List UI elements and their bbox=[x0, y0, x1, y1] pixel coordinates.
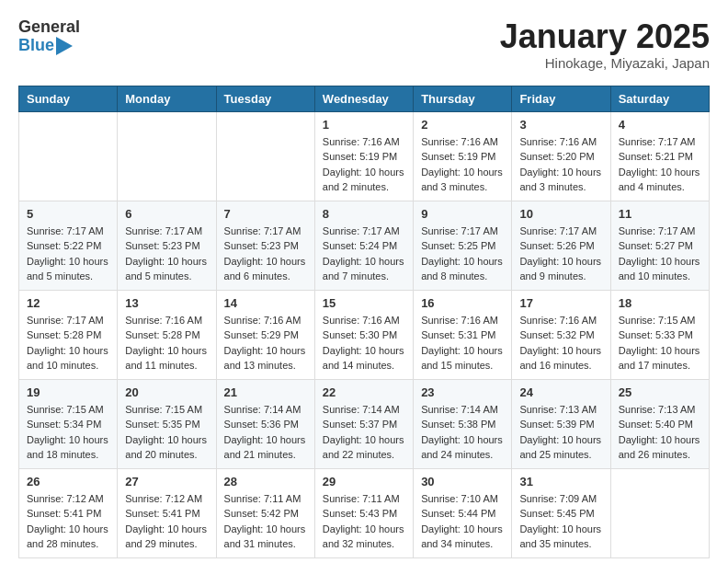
day-info: Sunrise: 7:14 AM Sunset: 5:37 PM Dayligh… bbox=[323, 402, 405, 463]
day-number: 18 bbox=[619, 296, 701, 310]
calendar-cell: 4Sunrise: 7:17 AM Sunset: 5:21 PM Daylig… bbox=[610, 111, 709, 201]
calendar-cell: 20Sunrise: 7:15 AM Sunset: 5:35 PM Dayli… bbox=[118, 379, 216, 468]
calendar-week-row: 26Sunrise: 7:12 AM Sunset: 5:41 PM Dayli… bbox=[19, 468, 710, 557]
calendar-cell: 9Sunrise: 7:17 AM Sunset: 5:25 PM Daylig… bbox=[414, 201, 512, 290]
day-info: Sunrise: 7:16 AM Sunset: 5:30 PM Dayligh… bbox=[323, 313, 405, 373]
weekday-header-thursday: Thursday bbox=[414, 86, 512, 111]
calendar-cell: 11Sunrise: 7:17 AM Sunset: 5:27 PM Dayli… bbox=[610, 201, 709, 290]
day-number: 14 bbox=[224, 296, 307, 310]
calendar-cell: 19Sunrise: 7:15 AM Sunset: 5:34 PM Dayli… bbox=[19, 379, 118, 468]
weekday-header-saturday: Saturday bbox=[610, 86, 709, 111]
calendar-cell: 27Sunrise: 7:12 AM Sunset: 5:41 PM Dayli… bbox=[118, 468, 216, 557]
calendar-cell bbox=[118, 111, 216, 201]
weekday-header-sunday: Sunday bbox=[19, 86, 118, 111]
day-number: 16 bbox=[421, 296, 504, 310]
day-info: Sunrise: 7:16 AM Sunset: 5:19 PM Dayligh… bbox=[421, 134, 504, 195]
title-block: January 2025 Hinokage, Miyazaki, Japan bbox=[500, 18, 710, 71]
day-info: Sunrise: 7:15 AM Sunset: 5:34 PM Dayligh… bbox=[27, 402, 109, 463]
calendar-cell: 28Sunrise: 7:11 AM Sunset: 5:42 PM Dayli… bbox=[216, 468, 314, 557]
day-info: Sunrise: 7:17 AM Sunset: 5:25 PM Dayligh… bbox=[421, 224, 504, 284]
calendar-cell: 15Sunrise: 7:16 AM Sunset: 5:30 PM Dayli… bbox=[314, 290, 413, 379]
logo: General Blue bbox=[18, 18, 80, 55]
calendar-cell: 2Sunrise: 7:16 AM Sunset: 5:19 PM Daylig… bbox=[414, 111, 512, 201]
day-info: Sunrise: 7:17 AM Sunset: 5:21 PM Dayligh… bbox=[619, 134, 701, 195]
logo-blue-text: Blue bbox=[18, 37, 54, 55]
calendar-cell: 17Sunrise: 7:16 AM Sunset: 5:32 PM Dayli… bbox=[512, 290, 610, 379]
day-number: 4 bbox=[619, 118, 701, 132]
day-number: 28 bbox=[224, 475, 307, 488]
day-number: 3 bbox=[519, 118, 602, 132]
day-info: Sunrise: 7:14 AM Sunset: 5:36 PM Dayligh… bbox=[224, 402, 307, 463]
calendar-cell: 12Sunrise: 7:17 AM Sunset: 5:28 PM Dayli… bbox=[19, 290, 118, 379]
calendar-cell: 16Sunrise: 7:16 AM Sunset: 5:31 PM Dayli… bbox=[414, 290, 512, 379]
day-info: Sunrise: 7:17 AM Sunset: 5:22 PM Dayligh… bbox=[27, 224, 109, 284]
logo-general-text: General bbox=[18, 18, 80, 37]
calendar-cell: 10Sunrise: 7:17 AM Sunset: 5:26 PM Dayli… bbox=[512, 201, 610, 290]
day-number: 17 bbox=[519, 296, 602, 310]
day-number: 7 bbox=[224, 207, 307, 221]
day-info: Sunrise: 7:13 AM Sunset: 5:39 PM Dayligh… bbox=[519, 402, 602, 463]
day-number: 22 bbox=[323, 385, 405, 399]
logo-arrow-icon bbox=[56, 37, 73, 55]
day-info: Sunrise: 7:15 AM Sunset: 5:35 PM Dayligh… bbox=[125, 402, 208, 463]
day-info: Sunrise: 7:16 AM Sunset: 5:19 PM Dayligh… bbox=[323, 134, 405, 195]
day-info: Sunrise: 7:16 AM Sunset: 5:29 PM Dayligh… bbox=[224, 313, 307, 373]
month-title: January 2025 bbox=[500, 18, 710, 55]
day-number: 27 bbox=[125, 475, 208, 488]
day-number: 19 bbox=[27, 385, 109, 399]
day-number: 20 bbox=[125, 385, 208, 399]
day-info: Sunrise: 7:13 AM Sunset: 5:40 PM Dayligh… bbox=[619, 402, 701, 463]
location-subtitle: Hinokage, Miyazaki, Japan bbox=[500, 55, 710, 71]
day-info: Sunrise: 7:11 AM Sunset: 5:42 PM Dayligh… bbox=[224, 491, 307, 552]
calendar-cell: 26Sunrise: 7:12 AM Sunset: 5:41 PM Dayli… bbox=[19, 468, 118, 557]
day-number: 21 bbox=[224, 385, 307, 399]
weekday-header-wednesday: Wednesday bbox=[314, 86, 413, 111]
day-number: 9 bbox=[421, 207, 504, 221]
day-number: 5 bbox=[27, 207, 109, 221]
calendar-cell: 30Sunrise: 7:10 AM Sunset: 5:44 PM Dayli… bbox=[414, 468, 512, 557]
day-info: Sunrise: 7:14 AM Sunset: 5:38 PM Dayligh… bbox=[421, 402, 504, 463]
day-info: Sunrise: 7:10 AM Sunset: 5:44 PM Dayligh… bbox=[421, 491, 504, 552]
calendar-cell: 13Sunrise: 7:16 AM Sunset: 5:28 PM Dayli… bbox=[118, 290, 216, 379]
day-number: 6 bbox=[125, 207, 208, 221]
calendar-cell: 6Sunrise: 7:17 AM Sunset: 5:23 PM Daylig… bbox=[118, 201, 216, 290]
calendar-week-row: 5Sunrise: 7:17 AM Sunset: 5:22 PM Daylig… bbox=[19, 201, 710, 290]
weekday-header-monday: Monday bbox=[118, 86, 216, 111]
day-info: Sunrise: 7:17 AM Sunset: 5:26 PM Dayligh… bbox=[519, 224, 602, 284]
day-info: Sunrise: 7:16 AM Sunset: 5:32 PM Dayligh… bbox=[519, 313, 602, 373]
page-header: General Blue January 2025 Hinokage, Miya… bbox=[18, 18, 710, 71]
day-number: 2 bbox=[421, 118, 504, 132]
calendar-table: SundayMondayTuesdayWednesdayThursdayFrid… bbox=[18, 86, 710, 558]
day-info: Sunrise: 7:12 AM Sunset: 5:41 PM Dayligh… bbox=[125, 491, 208, 552]
day-info: Sunrise: 7:12 AM Sunset: 5:41 PM Dayligh… bbox=[27, 491, 109, 552]
calendar-cell: 24Sunrise: 7:13 AM Sunset: 5:39 PM Dayli… bbox=[512, 379, 610, 468]
day-info: Sunrise: 7:16 AM Sunset: 5:31 PM Dayligh… bbox=[421, 313, 504, 373]
calendar-cell bbox=[216, 111, 314, 201]
calendar-cell: 7Sunrise: 7:17 AM Sunset: 5:23 PM Daylig… bbox=[216, 201, 314, 290]
day-info: Sunrise: 7:17 AM Sunset: 5:23 PM Dayligh… bbox=[224, 224, 307, 284]
day-number: 30 bbox=[421, 475, 504, 488]
calendar-cell: 3Sunrise: 7:16 AM Sunset: 5:20 PM Daylig… bbox=[512, 111, 610, 201]
day-info: Sunrise: 7:17 AM Sunset: 5:28 PM Dayligh… bbox=[27, 313, 109, 373]
day-info: Sunrise: 7:11 AM Sunset: 5:43 PM Dayligh… bbox=[323, 491, 405, 552]
day-number: 1 bbox=[323, 118, 405, 132]
calendar-cell: 21Sunrise: 7:14 AM Sunset: 5:36 PM Dayli… bbox=[216, 379, 314, 468]
day-number: 11 bbox=[619, 207, 701, 221]
day-info: Sunrise: 7:15 AM Sunset: 5:33 PM Dayligh… bbox=[619, 313, 701, 373]
day-number: 23 bbox=[421, 385, 504, 399]
day-number: 10 bbox=[519, 207, 602, 221]
calendar-week-row: 19Sunrise: 7:15 AM Sunset: 5:34 PM Dayli… bbox=[19, 379, 710, 468]
weekday-header-friday: Friday bbox=[512, 86, 610, 111]
day-info: Sunrise: 7:17 AM Sunset: 5:27 PM Dayligh… bbox=[619, 224, 701, 284]
calendar-week-row: 1Sunrise: 7:16 AM Sunset: 5:19 PM Daylig… bbox=[19, 111, 710, 201]
day-number: 12 bbox=[27, 296, 109, 310]
day-info: Sunrise: 7:16 AM Sunset: 5:20 PM Dayligh… bbox=[519, 134, 602, 195]
calendar-cell: 18Sunrise: 7:15 AM Sunset: 5:33 PM Dayli… bbox=[610, 290, 709, 379]
day-number: 8 bbox=[323, 207, 405, 221]
day-info: Sunrise: 7:16 AM Sunset: 5:28 PM Dayligh… bbox=[125, 313, 208, 373]
calendar-cell: 5Sunrise: 7:17 AM Sunset: 5:22 PM Daylig… bbox=[19, 201, 118, 290]
calendar-cell: 29Sunrise: 7:11 AM Sunset: 5:43 PM Dayli… bbox=[314, 468, 413, 557]
calendar-cell: 8Sunrise: 7:17 AM Sunset: 5:24 PM Daylig… bbox=[314, 201, 413, 290]
day-number: 29 bbox=[323, 475, 405, 488]
day-info: Sunrise: 7:09 AM Sunset: 5:45 PM Dayligh… bbox=[519, 491, 602, 552]
